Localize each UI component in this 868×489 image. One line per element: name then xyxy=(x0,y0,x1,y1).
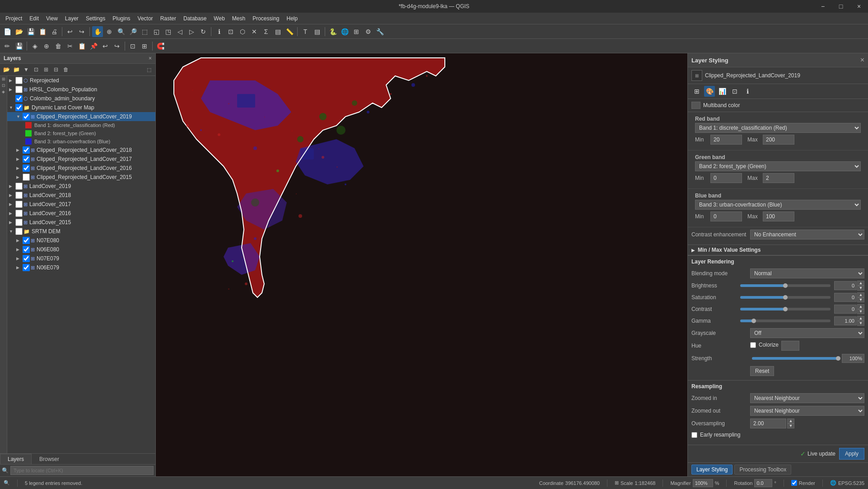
layer-item-clipped-2016[interactable]: ▶ ⊞ Clipped_Reprojected_LandCover_2016 xyxy=(7,164,155,173)
colorize-checkbox[interactable] xyxy=(750,342,756,348)
brightness-up[interactable]: ▲ xyxy=(857,281,864,286)
menu-help[interactable]: Help xyxy=(283,14,302,23)
zoom-full-button[interactable]: ⬚ xyxy=(139,26,150,37)
new-project-button[interactable]: 📄 xyxy=(2,26,13,37)
green-band-select[interactable]: Band 2: forest_type (Green) xyxy=(695,161,861,171)
contrast-down[interactable]: ▼ xyxy=(857,309,864,314)
layer-item-colombo-admin[interactable]: ▶ ⬡ Colombo_admin_boundary xyxy=(7,94,155,103)
minmax-section-header[interactable]: ▶ Min / Max Value Settings xyxy=(688,245,868,255)
measure-button[interactable]: 📏 xyxy=(284,26,295,37)
layers-search-input[interactable] xyxy=(10,466,154,475)
oversampling-up[interactable]: ▲ xyxy=(787,418,794,423)
layer-item-hrsl[interactable]: ▶ ⊞ HRSL_Colombo_Population xyxy=(7,85,155,94)
tab-processing-toolbox[interactable]: Processing Toolbox xyxy=(734,465,791,475)
expand-n07e079[interactable]: ▶ xyxy=(16,256,22,261)
saturation-down[interactable]: ▼ xyxy=(857,297,864,302)
refresh-button[interactable]: ↻ xyxy=(198,26,209,37)
menu-view[interactable]: View xyxy=(42,14,61,23)
move-feature-button[interactable]: ⊕ xyxy=(41,41,52,52)
tab-layer-styling[interactable]: Layer Styling xyxy=(691,465,733,475)
checkbox-colombo-admin[interactable] xyxy=(15,95,23,102)
strength-input[interactable] xyxy=(842,354,864,363)
gamma-slider[interactable] xyxy=(740,320,831,322)
expand-n06e079[interactable]: ▶ xyxy=(16,265,22,270)
expand-clipped-2019[interactable]: ▼ xyxy=(16,114,22,119)
styling-icon-4[interactable]: ⊡ xyxy=(729,86,740,97)
left-icon-2[interactable]: ⊡ xyxy=(2,83,5,88)
apply-button[interactable]: Apply xyxy=(839,448,864,460)
strength-slider[interactable] xyxy=(752,357,838,360)
undo-button[interactable]: ↩ xyxy=(65,26,75,37)
layer-item-n06e080[interactable]: ▶ ⊞ N06E080 xyxy=(7,245,155,254)
checkbox-lc2016[interactable] xyxy=(15,210,23,217)
layer-item-lc2018[interactable]: ▶ ⊞ LandCover_2018 xyxy=(7,191,155,200)
panel-close-button[interactable]: × xyxy=(860,56,864,64)
expand-dynamic-land[interactable]: ▼ xyxy=(9,105,14,110)
brightness-slider[interactable] xyxy=(740,284,831,287)
menu-edit[interactable]: Edit xyxy=(26,14,42,23)
expand-clipped-2016[interactable]: ▶ xyxy=(16,166,22,170)
paste-features-button[interactable]: 📌 xyxy=(88,41,99,52)
identify-button[interactable]: ℹ xyxy=(214,26,224,37)
layer-item-srtm-dem[interactable]: ▼ 📁 SRTM DEM xyxy=(7,227,155,236)
gamma-input[interactable] xyxy=(834,316,857,325)
checkbox-clipped-2018[interactable] xyxy=(23,146,30,154)
checkbox-n07e079[interactable] xyxy=(23,255,30,262)
layer-item-reprojected[interactable]: ▶ ⬡ Reprojected xyxy=(7,76,155,85)
expand-clipped-2017[interactable]: ▶ xyxy=(16,157,22,161)
save-as-button[interactable]: 📋 xyxy=(37,26,48,37)
styling-icon-1[interactable]: ⊞ xyxy=(691,86,702,97)
checkbox-reprojected[interactable] xyxy=(15,77,23,84)
styling-icon-2[interactable]: 🎨 xyxy=(704,86,715,97)
save-layer-button[interactable]: 💾 xyxy=(14,41,24,52)
digitize-button[interactable]: ⊡ xyxy=(127,41,138,52)
expand-n06e080[interactable]: ▶ xyxy=(16,247,22,252)
collapse-all-button[interactable]: ⊟ xyxy=(51,65,61,74)
filter-by-map-button[interactable]: ⊡ xyxy=(32,65,41,74)
gamma-up[interactable]: ▲ xyxy=(857,316,864,321)
red-band-select[interactable]: Band 1: discrete_classification (Red) xyxy=(695,123,861,133)
menu-project[interactable]: Project xyxy=(2,14,26,23)
render-checkbox[interactable] xyxy=(791,480,797,486)
select-button[interactable]: ⊡ xyxy=(225,26,236,37)
left-icon-1[interactable]: ⊞ xyxy=(2,77,5,81)
rotation-input[interactable] xyxy=(754,479,772,487)
expand-all-button[interactable]: ⊞ xyxy=(42,65,51,74)
blending-mode-select[interactable]: Normal Multiply Screen xyxy=(750,268,864,278)
checkbox-n07e080[interactable] xyxy=(23,237,30,244)
layer-item-lc2016[interactable]: ▶ ⊞ LandCover_2016 xyxy=(7,209,155,218)
checkbox-n06e080[interactable] xyxy=(23,246,30,253)
strength-thumb[interactable] xyxy=(836,356,840,361)
green-max-input[interactable] xyxy=(763,173,794,183)
blue-min-input[interactable] xyxy=(710,212,742,221)
checkbox-clipped-2017[interactable] xyxy=(23,155,30,163)
checkbox-lc2017[interactable] xyxy=(15,201,23,208)
expand-clipped-2018[interactable]: ▶ xyxy=(16,148,22,152)
zoom-selected-button[interactable]: ◳ xyxy=(163,26,173,37)
menu-database[interactable]: Database xyxy=(180,14,210,23)
saturation-thumb[interactable] xyxy=(783,295,788,300)
layer-item-n07e079[interactable]: ▶ ⊞ N07E079 xyxy=(7,254,155,263)
blue-max-input[interactable] xyxy=(763,212,794,221)
plugin1-button[interactable]: ⚙ xyxy=(363,26,373,37)
layer-item-lc2017[interactable]: ▶ ⊞ LandCover_2017 xyxy=(7,200,155,209)
open-table-button[interactable]: ▤ xyxy=(272,26,283,37)
checkbox-clipped-2015[interactable] xyxy=(23,174,30,181)
zoom-in-button[interactable]: 🔍 xyxy=(116,26,126,37)
redo-button[interactable]: ↪ xyxy=(76,26,87,37)
checkbox-n06e079[interactable] xyxy=(23,264,30,271)
styling-icon-3[interactable]: 📊 xyxy=(717,86,728,97)
checkbox-lc2018[interactable] xyxy=(15,192,23,199)
early-resampling-checkbox[interactable] xyxy=(691,432,697,438)
layer-item-clipped-2015[interactable]: ▶ ⊞ Clipped_Reprojected_LandCover_2015 xyxy=(7,173,155,182)
layer-item-n07e080[interactable]: ▶ ⊞ N07E080 xyxy=(7,236,155,245)
expand-lc2015[interactable]: ▶ xyxy=(9,220,14,225)
select-polygon-button[interactable]: ⬡ xyxy=(237,26,248,37)
green-min-input[interactable] xyxy=(710,173,742,183)
red-max-input[interactable] xyxy=(763,135,794,145)
oversampling-input[interactable] xyxy=(750,418,786,428)
expand-clipped-2015[interactable]: ▶ xyxy=(16,175,22,179)
left-icon-3[interactable]: ◈ xyxy=(2,89,5,94)
checkbox-srtm-dem[interactable] xyxy=(15,228,23,235)
remove-layer-button[interactable]: 🗑 xyxy=(61,65,70,74)
